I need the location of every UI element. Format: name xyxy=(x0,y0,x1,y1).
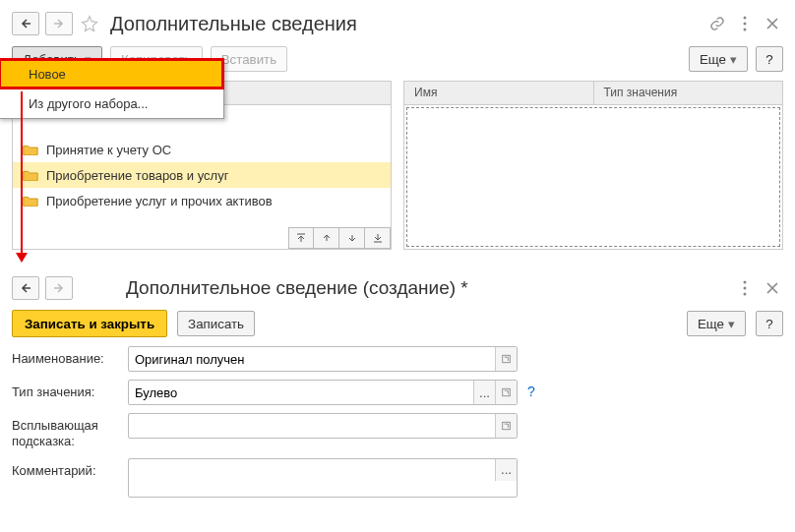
svg-rect-6 xyxy=(503,355,511,363)
svg-point-3 xyxy=(744,281,747,284)
svg-point-2 xyxy=(744,29,747,31)
save-close-button[interactable]: Записать и закрыть xyxy=(12,310,167,337)
name-label: Наименование: xyxy=(12,346,122,366)
arrow-right-icon xyxy=(53,282,65,294)
save-label: Записать xyxy=(188,317,244,331)
column-headers: Имя Тип значения xyxy=(404,82,782,105)
list-item-label: Приобретение товаров и услуг xyxy=(46,168,228,183)
comment-select-button[interactable]: ... xyxy=(495,459,517,481)
type-input[interactable] xyxy=(128,380,518,405)
list-item[interactable]: Приобретение товаров и услуг xyxy=(13,162,391,188)
help-icon: ? xyxy=(765,317,772,331)
chevron-down-icon: ▾ xyxy=(730,52,737,67)
col-type-header[interactable]: Тип значения xyxy=(594,82,783,104)
form-close-icon[interactable] xyxy=(762,277,783,299)
folder-icon xyxy=(23,195,38,207)
kebab-menu-icon[interactable] xyxy=(734,13,756,34)
dropdown-item-label: Из другого набора... xyxy=(29,96,148,111)
nav-back-button[interactable] xyxy=(12,12,39,35)
move-down-button[interactable] xyxy=(339,227,365,249)
favorite-star-icon[interactable] xyxy=(79,13,100,34)
sort-buttons xyxy=(288,227,391,249)
type-help-link[interactable]: ? xyxy=(527,380,535,399)
comment-label: Комментарий: xyxy=(12,458,122,478)
type-select-button[interactable]: ... xyxy=(473,381,495,404)
attributes-empty-area[interactable] xyxy=(407,108,779,246)
list-item-label: Принятие к учету ОС xyxy=(46,143,171,157)
col-name-header[interactable]: Имя xyxy=(404,82,594,104)
tooltip-input[interactable] xyxy=(128,413,518,439)
add-dropdown: Новое Из другого набора... xyxy=(0,59,224,119)
form-help-button[interactable]: ? xyxy=(756,311,783,336)
form-title: Дополнительное сведение (создание) * xyxy=(126,277,468,299)
svg-rect-7 xyxy=(503,388,511,396)
nav-forward-button[interactable] xyxy=(45,12,73,35)
chevron-down-icon: ▾ xyxy=(728,317,735,331)
attributes-panel: Имя Тип значения xyxy=(403,81,783,250)
list-item-label: Приобретение услуг и прочих активов xyxy=(46,194,273,208)
arrow-left-icon xyxy=(20,282,31,294)
move-top-button[interactable] xyxy=(288,227,314,249)
save-close-label: Записать и закрыть xyxy=(25,317,154,331)
tooltip-label: Всплывающая подсказка: xyxy=(12,413,122,450)
more-button[interactable]: Еще ▾ xyxy=(689,46,748,72)
name-input[interactable] xyxy=(128,346,518,372)
folder-icon xyxy=(23,144,38,156)
svg-point-5 xyxy=(744,293,747,296)
form-more-button[interactable]: Еще ▾ xyxy=(687,311,746,336)
type-label: Тип значения: xyxy=(12,380,122,399)
form-kebab-menu-icon[interactable] xyxy=(734,277,756,299)
form-more-label: Еще xyxy=(698,317,724,331)
arrow-left-icon xyxy=(20,18,31,30)
move-up-button[interactable] xyxy=(314,227,339,249)
comment-input[interactable] xyxy=(128,458,518,498)
list-item[interactable]: Принятие к учету ОС xyxy=(13,137,391,162)
form-nav-back-button[interactable] xyxy=(12,276,39,300)
svg-point-0 xyxy=(744,17,747,20)
dropdown-item-label: Новое xyxy=(29,67,66,82)
svg-rect-8 xyxy=(503,422,511,430)
dropdown-item-from-other[interactable]: Из другого набора... xyxy=(0,89,223,118)
dropdown-item-new[interactable]: Новое xyxy=(0,59,223,89)
close-icon[interactable] xyxy=(762,13,783,34)
list-item[interactable]: Приобретение услуг и прочих активов xyxy=(13,188,391,213)
expand-icon[interactable] xyxy=(495,347,517,371)
save-button[interactable]: Записать xyxy=(177,311,255,336)
help-icon: ? xyxy=(765,52,772,67)
form-nav-forward-button[interactable] xyxy=(45,276,73,300)
expand-icon[interactable] xyxy=(495,414,517,438)
paste-button-label: Вставить xyxy=(221,52,277,67)
expand-icon[interactable] xyxy=(495,381,517,404)
arrow-right-icon xyxy=(53,18,65,30)
svg-point-1 xyxy=(744,23,747,26)
help-button[interactable]: ? xyxy=(756,46,783,72)
move-bottom-button[interactable] xyxy=(365,227,391,249)
svg-point-4 xyxy=(744,287,747,290)
link-icon[interactable] xyxy=(706,13,728,34)
page-title: Дополнительные сведения xyxy=(110,13,357,35)
folder-icon xyxy=(23,169,38,182)
more-button-label: Еще xyxy=(700,52,726,67)
